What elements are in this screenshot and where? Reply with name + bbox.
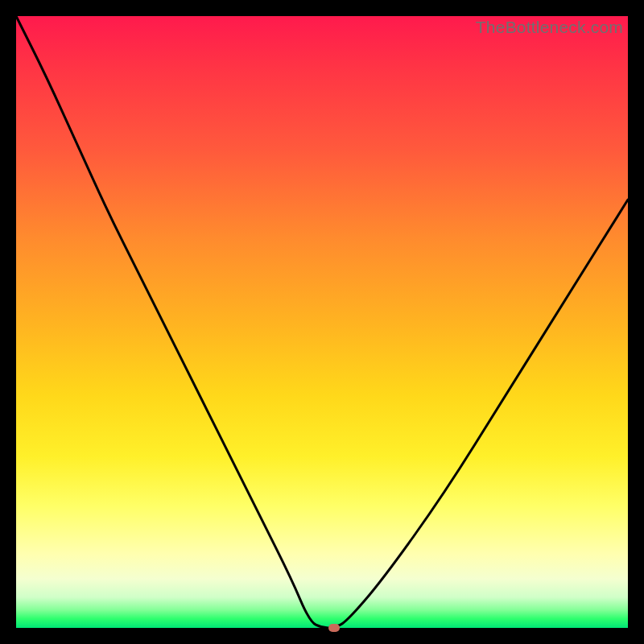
optimum-marker — [328, 624, 340, 632]
plot-area — [16, 16, 628, 628]
watermark-text: TheBottleneck.com — [476, 18, 623, 37]
chart-frame: TheBottleneck.com — [16, 16, 628, 628]
bottleneck-curve — [16, 16, 628, 628]
